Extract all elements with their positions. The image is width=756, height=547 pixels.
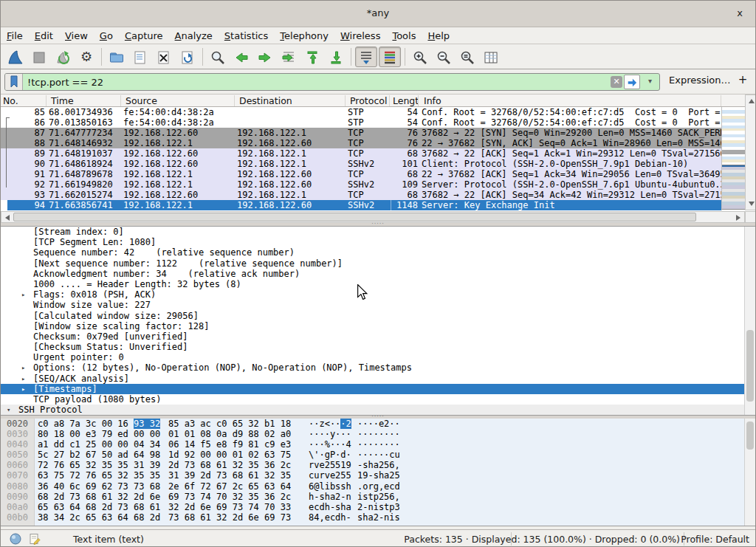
capture-options-button[interactable]: ⚙	[75, 47, 97, 67]
detail-row[interactable]: TCP payload (1080 bytes)	[1, 394, 755, 405]
hex-bytes-group[interactable]: 38 34 2c 65 63 64 68 2d	[38, 512, 160, 523]
detail-row[interactable]: 1000 .... = Header Length: 32 bytes (8)	[1, 279, 755, 289]
hex-bytes-group[interactable]: 5c 27 b2 67 50 ad 64 98	[38, 450, 160, 460]
restart-capture-button[interactable]	[52, 47, 74, 67]
expander-closed-icon[interactable]: ▸	[21, 374, 25, 384]
hex-bytes-group[interactable]: 06 14 f5 e8 f9 81 c9 e3	[168, 439, 291, 450]
expander-closed-icon[interactable]: ▸	[21, 289, 25, 300]
ascii-group[interactable]: sha2-nis	[357, 512, 400, 523]
hex-row-0020[interactable]: 0020c0 a8 7a 3c 00 16 93 3285 a3 ac c0 6…	[1, 419, 755, 429]
expander-closed-icon[interactable]: ▸	[21, 384, 25, 394]
detail-row[interactable]: Acknowledgment number: 34 (relative ack …	[1, 269, 755, 279]
ascii-group[interactable]: .org,ecd	[357, 481, 400, 492]
scroll-up-arrow-icon[interactable]	[749, 99, 755, 103]
capture-comment-icon[interactable]	[29, 533, 41, 547]
hex-bytes-group[interactable]: 32 2d 6e 69 73 74 70 33	[168, 502, 291, 512]
colorize-button[interactable]	[379, 47, 401, 67]
hex-row-0060[interactable]: 006072 76 65 32 35 35 31 392d 73 68 61 3…	[1, 460, 755, 470]
hex-bytes-group[interactable]: 73 68 61 32 2d 6e 69 73	[168, 512, 291, 523]
expert-info-icon[interactable]	[10, 533, 21, 547]
zoom-in-button[interactable]	[409, 47, 431, 67]
column-header-dst[interactable]: Destination	[237, 95, 346, 106]
ascii-group[interactable]: 2-nistp3	[357, 502, 400, 512]
packet-row-89[interactable]: 8971.648191037192.168.122.60192.168.122.…	[1, 148, 721, 159]
menu-go[interactable]: Go	[94, 28, 119, 44]
packet-list-vscrollbar[interactable]	[745, 94, 756, 210]
go-back-button[interactable]	[230, 47, 252, 67]
ascii-group[interactable]: 84,ecdh-	[309, 512, 351, 523]
hex-row-00b0[interactable]: 00b038 34 2c 65 63 64 68 2d73 68 61 32 2…	[1, 512, 755, 523]
column-header-src[interactable]: Source	[123, 95, 235, 106]
packet-row-88[interactable]: 8871.648146932192.168.122.1192.168.122.6…	[1, 138, 721, 148]
zoom-original-button[interactable]	[456, 47, 478, 67]
detail-row[interactable]: Window size value: 227	[1, 300, 755, 310]
hex-row-0080[interactable]: 008036 40 6c 69 62 73 73 682e 6f 72 67 2…	[1, 481, 755, 492]
column-header-len[interactable]: Length	[391, 95, 419, 106]
hex-row-0070[interactable]: 007063 75 72 76 65 32 35 3531 39 2d 73 6…	[1, 470, 755, 481]
hex-bytes-group[interactable]: 65 63 64 68 2d 73 68 61	[38, 502, 160, 512]
find-packet-button[interactable]	[207, 47, 229, 67]
ascii-group[interactable]: 6@libssh	[309, 481, 351, 492]
save-file-button[interactable]	[129, 47, 151, 67]
packet-row-93[interactable]: 9371.662015274192.168.122.60192.168.122.…	[1, 190, 721, 200]
menu-help[interactable]: Help	[422, 28, 456, 44]
detail-row[interactable]: ▸Options: (12 bytes), No-Operation (NOP)…	[1, 362, 755, 373]
detail-row[interactable]: Urgent pointer: 0	[1, 352, 755, 362]
menu-file[interactable]: File	[1, 28, 29, 44]
detail-row[interactable]: Sequence number: 42 (relative sequence n…	[1, 247, 755, 258]
ascii-group[interactable]: rve25519	[309, 460, 351, 470]
filter-clear-button[interactable]: ✕	[611, 76, 622, 88]
details-scroll-thumb[interactable]	[746, 330, 754, 402]
ascii-group[interactable]: curve255	[309, 470, 351, 481]
packet-row-85[interactable]: 8568.001734936fe:54:00:d4:38:2aSTP54Conf…	[1, 107, 721, 117]
column-header-info[interactable]: Info	[422, 95, 721, 106]
packet-row-94[interactable]: 9471.663856741192.168.122.1192.168.122.6…	[1, 200, 721, 210]
expander-open-icon[interactable]: ▾	[7, 405, 10, 415]
hscrollbar-thumb[interactable]	[13, 213, 696, 221]
hex-bytes-group[interactable]: 36 40 6c 69 62 73 73 68	[38, 481, 160, 492]
menu-edit[interactable]: Edit	[29, 28, 59, 44]
ascii-group[interactable]: \'·gP·d·	[309, 450, 351, 460]
filter-history-caret-icon[interactable]: ▾	[648, 77, 652, 85]
ascii-group[interactable]: ······cu	[357, 450, 400, 460]
ascii-group[interactable]: ···%···4	[309, 439, 351, 450]
hex-row-0040[interactable]: 0040a1 dd c1 25 00 00 04 3406 14 f5 e8 f…	[1, 439, 755, 450]
detail-row[interactable]: [TCP Segment Len: 1080]	[1, 237, 755, 247]
packet-row-87[interactable]: 8771.647777234192.168.122.60192.168.122.…	[1, 128, 721, 138]
close-file-button[interactable]	[153, 47, 175, 67]
detail-row[interactable]: Checksum: 0x79ed [unverified]	[1, 331, 755, 342]
scroll-right-arrow-icon[interactable]	[736, 215, 740, 221]
add-filter-button[interactable]: +	[736, 73, 749, 86]
detail-row[interactable]: ▸[SEQ/ACK analysis]	[1, 374, 755, 384]
menu-tools[interactable]: Tools	[386, 28, 422, 44]
ascii-group[interactable]: 19-sha25	[357, 470, 400, 481]
hex-bytes-group[interactable]: 69 73 74 70 32 35 36 2c	[168, 492, 291, 502]
ascii-group[interactable]: ········	[357, 429, 400, 439]
display-filter-input[interactable]	[26, 75, 469, 89]
hex-row-0090[interactable]: 009068 2d 73 68 61 32 2d 6e69 73 74 70 3…	[1, 492, 755, 502]
intelligent-scrollbar-minimap[interactable]	[721, 107, 745, 210]
window-close-button[interactable]: x	[733, 7, 746, 20]
hex-bytes-group[interactable]: 2d 73 68 61 32 35 36 2c	[168, 460, 291, 470]
go-forward-button[interactable]	[254, 47, 276, 67]
column-header-proto[interactable]: Protocol	[348, 95, 390, 106]
hex-row-0050[interactable]: 00505c 27 b2 67 50 ad 64 981d 92 00 00 0…	[1, 450, 755, 460]
detail-row[interactable]: [Next sequence number: 1122 (relative se…	[1, 258, 755, 269]
ascii-group[interactable]: ········	[357, 439, 400, 450]
hex-bytes-group[interactable]: 01 01 08 0a d9 88 02 a0	[168, 429, 291, 439]
ascii-group[interactable]: -sha256,	[357, 460, 400, 470]
profile-text[interactable]: Profile: Default	[681, 534, 749, 545]
detail-row[interactable]: [Calculated window size: 29056]	[1, 311, 755, 321]
hex-vscrollbar[interactable]	[744, 419, 755, 526]
go-first-button[interactable]	[301, 47, 323, 67]
menu-statistics[interactable]: Statistics	[219, 28, 274, 44]
ascii-group[interactable]: ····e2··	[357, 419, 400, 429]
stop-capture-button[interactable]	[28, 47, 50, 67]
auto-scroll-button[interactable]	[355, 47, 377, 67]
ascii-group[interactable]: ····y···	[309, 429, 351, 439]
packet-row-90[interactable]: 9071.648618924192.168.122.60192.168.122.…	[1, 159, 721, 169]
hex-bytes-group[interactable]: 63 75 72 76 65 32 35 35	[38, 470, 160, 481]
details-vscrollbar[interactable]	[744, 227, 755, 415]
hex-row-0030[interactable]: 003080 18 00 e3 79 ed 00 0001 01 08 0a d…	[1, 429, 755, 439]
hex-bytes-group[interactable]: 80 18 00 e3 79 ed 00 00	[38, 429, 160, 439]
